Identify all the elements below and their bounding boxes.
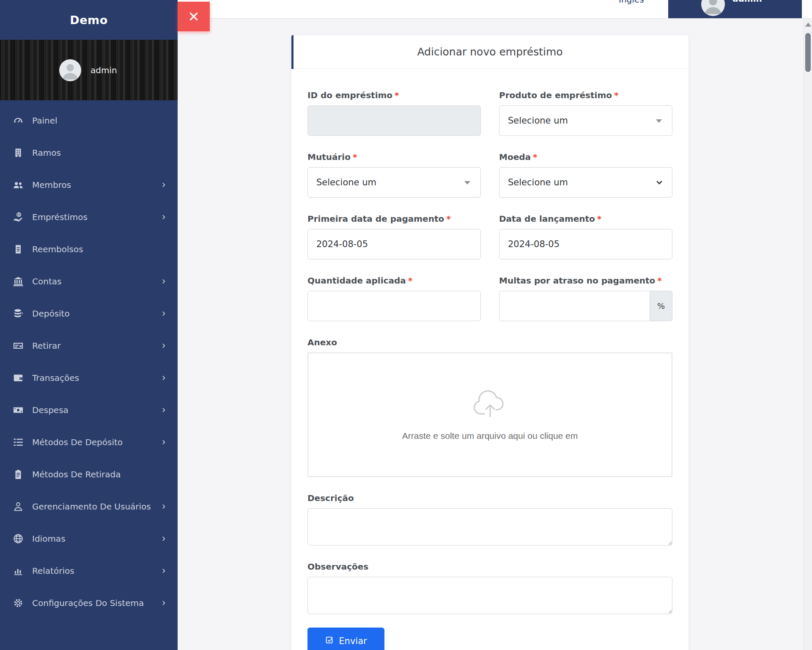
sidebar-item-label: Transações <box>32 373 79 383</box>
loan-product-select[interactable]: Selecione um <box>499 105 672 136</box>
required-marker: * <box>408 275 412 286</box>
chevron-right-icon <box>161 600 167 606</box>
sidebar-item-label: Métodos De Retirada <box>32 469 121 479</box>
field-borrower: Mutuário* Selecione um <box>307 152 481 198</box>
dropzone-message: Arraste e solte um arquivo aqui ou cliqu… <box>402 431 578 441</box>
sidebar-item-despesa[interactable]: Despesa <box>0 394 178 426</box>
language-menu-item[interactable]: Inglês <box>619 0 644 5</box>
add-loan-card: Adicionar novo empréstimo ID do emprésti… <box>291 35 689 650</box>
page-title: Adicionar novo empréstimo <box>417 46 562 58</box>
sidebar-item-label: Retirar <box>32 341 60 351</box>
sidebar-item-retirar[interactable]: Retirar <box>0 330 178 362</box>
chevron-right-icon <box>161 214 167 220</box>
field-late-payment-penalties: Multas por atraso no pagamento* % <box>499 275 672 321</box>
topbar-user-name: admin <box>732 0 762 4</box>
required-marker: * <box>614 90 618 100</box>
field-remarks: Observações <box>307 562 672 614</box>
coins-icon <box>13 308 25 319</box>
chart-icon <box>13 565 25 576</box>
sidebar-item-metodos-de-deposito[interactable]: Métodos De Depósito <box>0 426 178 458</box>
topbar-user-menu[interactable]: admin <box>668 0 802 19</box>
chevron-right-icon <box>161 311 167 317</box>
sidebar-item-ramos[interactable]: Ramos <box>0 137 178 169</box>
remarks-label: Observações <box>307 562 368 572</box>
attachment-label: Anexo <box>307 337 337 347</box>
sidebar-item-label: Reembolsos <box>32 244 83 254</box>
sidebar-user-name: admin <box>91 65 117 75</box>
description-label: Descrição <box>307 493 354 503</box>
field-applied-amount: Quantidade aplicada* <box>307 275 481 321</box>
description-textarea[interactable] <box>307 508 672 545</box>
currency-select[interactable]: Selecione um <box>499 167 672 198</box>
card-accent-bar <box>291 35 294 69</box>
main-area: Inglês admin ✕ Adicionar novo empréstimo… <box>178 0 812 650</box>
chevron-right-icon <box>161 568 167 574</box>
sidebar-item-label: Idiomas <box>32 534 66 544</box>
late-payment-penalties-input[interactable] <box>499 291 650 321</box>
scrollbar[interactable] <box>804 19 812 650</box>
borrower-label: Mutuário <box>307 152 351 162</box>
sidebar-item-label: Empréstimos <box>32 212 88 222</box>
chevron-right-icon <box>161 343 167 349</box>
bank-icon <box>13 276 25 287</box>
sidebar-item-transacoes[interactable]: Transações <box>0 362 178 394</box>
sidebar-item-label: Ramos <box>32 148 61 158</box>
sidebar-profile: admin <box>0 40 178 100</box>
scroll-up-arrow-icon[interactable] <box>805 22 811 27</box>
gauge-icon <box>13 115 25 126</box>
required-marker: * <box>446 214 450 224</box>
sidebar-item-relatorios[interactable]: Relatórios <box>0 555 178 587</box>
sidebar-item-painel[interactable]: Painel <box>0 105 178 137</box>
currency-selected-value: Selecione um <box>508 177 568 187</box>
field-release-date: Data de lançamento* <box>499 214 672 259</box>
user-icon <box>13 501 25 512</box>
field-attachment: Anexo Arraste e solte um arquivo aqui ou… <box>307 337 672 477</box>
applied-amount-input[interactable] <box>307 291 481 321</box>
sidebar-item-reembolsos[interactable]: Reembolsos <box>0 233 178 265</box>
sidebar-item-contas[interactable]: Contas <box>0 265 178 297</box>
sidebar-item-membros[interactable]: Membros <box>0 169 178 201</box>
sidebar-item-deposito[interactable]: Depósito <box>0 297 178 330</box>
gear-icon <box>13 598 25 609</box>
borrower-select[interactable]: Selecione um <box>307 167 481 198</box>
loan-id-label: ID do empréstimo <box>307 90 392 100</box>
submit-button[interactable]: Enviar <box>307 628 384 650</box>
first-payment-date-input[interactable] <box>307 229 481 259</box>
sidebar-item-metodos-de-retirada[interactable]: Métodos De Retirada <box>0 458 178 490</box>
topbar: Inglês admin <box>178 0 812 19</box>
chevron-right-icon <box>161 182 167 188</box>
release-date-label: Data de lançamento <box>499 214 595 224</box>
borrower-selected-value: Selecione um <box>316 177 376 187</box>
money-check-icon <box>13 340 25 351</box>
required-marker: * <box>657 275 661 286</box>
first-payment-date-label: Primeira data de pagamento <box>307 214 444 224</box>
remarks-textarea[interactable] <box>307 577 672 614</box>
sidebar-toggle-button[interactable]: ✕ <box>178 2 210 31</box>
chevron-right-icon <box>161 278 167 284</box>
applied-amount-label: Quantidade aplicada <box>307 275 406 286</box>
sidebar-item-idiomas[interactable]: Idiomas <box>0 523 178 555</box>
sidebar: Demo admin PainelRamosMembrosEmpréstimos… <box>0 0 178 650</box>
field-loan-id: ID do empréstimo* <box>307 90 481 136</box>
sidebar-item-label: Gerenciamento De Usuários <box>32 501 151 512</box>
attachment-dropzone[interactable]: Arraste e solte um arquivo aqui ou cliqu… <box>307 353 672 477</box>
sidebar-item-label: Configurações Do Sistema <box>32 598 144 608</box>
sidebar-item-gerenciamento-de-usuarios[interactable]: Gerenciamento De Usuários <box>0 490 178 523</box>
field-first-payment-date: Primeira data de pagamento* <box>307 214 481 259</box>
required-marker: * <box>353 152 357 162</box>
sidebar-item-configuracoes-do-sistema[interactable]: Configurações Do Sistema <box>0 587 178 619</box>
late-payment-penalties-label: Multas por atraso no pagamento <box>499 275 655 286</box>
release-date-input[interactable] <box>499 229 672 259</box>
chevron-down-icon <box>655 178 664 187</box>
sidebar-item-label: Relatórios <box>32 566 74 576</box>
sidebar-item-label: Depósito <box>32 308 70 319</box>
required-marker: * <box>597 214 601 224</box>
receipt-icon <box>13 244 25 255</box>
scrollbar-thumb[interactable] <box>805 33 811 72</box>
money-bill-icon <box>13 405 25 416</box>
cloud-upload-icon <box>471 388 510 421</box>
card-body: ID do empréstimo* Produto de empréstimo*… <box>291 69 689 650</box>
field-description: Descrição <box>307 493 672 545</box>
sidebar-menu: PainelRamosMembrosEmpréstimosReembolsosC… <box>0 100 178 619</box>
sidebar-item-emprestimos[interactable]: Empréstimos <box>0 201 178 233</box>
